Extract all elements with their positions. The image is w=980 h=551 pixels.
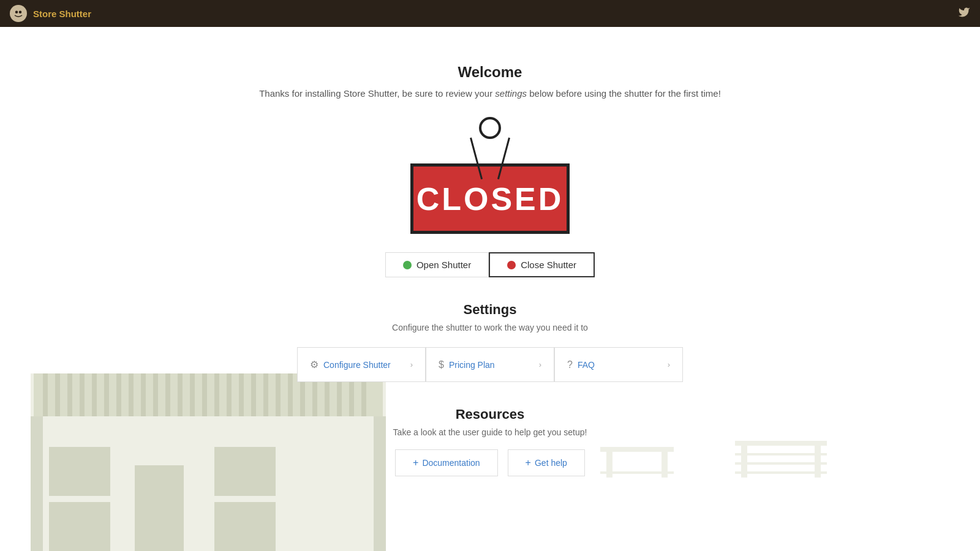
svg-rect-31	[135, 465, 184, 551]
plus-icon: +	[526, 457, 531, 468]
documentation-button[interactable]: + Documentation	[395, 449, 498, 476]
svg-rect-15	[178, 373, 183, 416]
twitter-icon[interactable]	[958, 6, 970, 21]
svg-rect-22	[263, 373, 268, 416]
svg-point-0	[15, 11, 18, 14]
svg-rect-16	[190, 373, 195, 416]
svg-rect-33	[49, 502, 110, 551]
gear-icon: ⚙	[310, 359, 318, 370]
svg-rect-42	[735, 471, 827, 474]
svg-rect-19	[227, 373, 232, 416]
closed-sign: CLOSED	[410, 117, 570, 234]
welcome-section: Welcome Thanks for installing Store Shut…	[259, 64, 721, 99]
settings-cards: ⚙ Configure Shutter › $ Pricing Plan › ?…	[276, 347, 704, 382]
chevron-right-icon: ›	[539, 360, 541, 369]
close-shutter-button[interactable]: Close Shutter	[489, 252, 595, 277]
resources-section: Resources Take a look at the user guide …	[276, 407, 704, 476]
pricing-plan-label: Pricing Plan	[449, 360, 495, 370]
get-help-label: Get help	[535, 458, 567, 468]
hanger-circle	[479, 117, 501, 139]
close-shutter-label: Close Shutter	[521, 260, 576, 270]
header: Store Shutter	[0, 0, 980, 27]
svg-rect-17	[202, 373, 207, 416]
svg-rect-47	[735, 462, 827, 465]
green-dot-icon	[403, 261, 412, 269]
svg-rect-7	[80, 373, 85, 416]
svg-point-1	[19, 11, 22, 14]
open-shutter-button[interactable]: Open Shutter	[385, 252, 489, 277]
shutter-buttons: Open Shutter Close Shutter	[385, 252, 595, 277]
svg-rect-43	[741, 441, 747, 478]
resource-buttons: + Documentation + Get help	[276, 449, 704, 476]
svg-rect-6	[67, 373, 72, 416]
svg-rect-34	[214, 447, 276, 496]
svg-rect-11	[129, 373, 134, 416]
resources-subtitle: Take a look at the user guide to help ge…	[276, 427, 704, 437]
svg-rect-10	[116, 373, 121, 416]
svg-rect-20	[239, 373, 244, 416]
svg-rect-12	[141, 373, 146, 416]
red-dot-icon	[507, 261, 516, 269]
main-content: Welcome Thanks for installing Store Shut…	[0, 27, 980, 551]
configure-shutter-card[interactable]: ⚙ Configure Shutter ›	[297, 347, 426, 382]
svg-rect-46	[735, 453, 827, 455]
settings-section: Settings Configure the shutter to work t…	[276, 302, 704, 407]
svg-rect-8	[92, 373, 97, 416]
welcome-title: Welcome	[259, 64, 721, 81]
faq-label: FAQ	[578, 360, 595, 370]
settings-subtitle: Configure the shutter to work the way yo…	[276, 323, 704, 332]
svg-rect-13	[153, 373, 158, 416]
svg-rect-45	[735, 441, 827, 446]
svg-rect-36	[31, 416, 43, 551]
dollar-icon: $	[439, 359, 444, 370]
configure-shutter-label: Configure Shutter	[323, 360, 391, 370]
settings-title: Settings	[276, 302, 704, 318]
sign-text: CLOSED	[417, 181, 564, 217]
app-title: Store Shutter	[33, 9, 91, 19]
pricing-plan-card[interactable]: $ Pricing Plan ›	[426, 347, 554, 382]
plus-icon: +	[413, 457, 418, 468]
svg-rect-21	[251, 373, 256, 416]
chevron-right-icon: ›	[668, 360, 670, 369]
svg-rect-18	[214, 373, 219, 416]
svg-rect-35	[214, 502, 276, 551]
documentation-label: Documentation	[422, 458, 480, 468]
get-help-button[interactable]: + Get help	[508, 449, 585, 476]
svg-rect-5	[55, 373, 60, 416]
resources-title: Resources	[276, 407, 704, 422]
svg-rect-4	[43, 373, 48, 416]
app-logo	[10, 5, 27, 22]
open-shutter-label: Open Shutter	[417, 260, 471, 270]
chevron-right-icon: ›	[410, 360, 413, 369]
svg-rect-44	[815, 441, 821, 478]
svg-rect-9	[104, 373, 109, 416]
header-left: Store Shutter	[10, 5, 91, 22]
sign-board: CLOSED	[410, 163, 570, 234]
svg-rect-32	[49, 447, 110, 496]
welcome-subtitle: Thanks for installing Store Shutter, be …	[259, 88, 721, 99]
faq-card[interactable]: ? FAQ ›	[554, 347, 683, 382]
svg-rect-14	[165, 373, 170, 416]
question-icon: ?	[567, 359, 573, 370]
